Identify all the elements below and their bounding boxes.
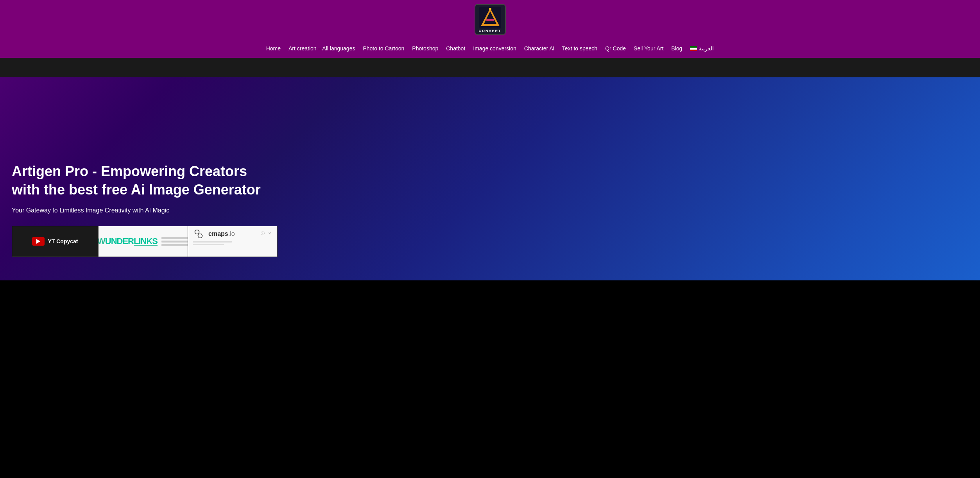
nav-character-ai[interactable]: Character Ai bbox=[520, 44, 558, 53]
hero-section: Artigen Pro - Empowering Creators with t… bbox=[0, 77, 980, 280]
nav-text-speech[interactable]: Text to speech bbox=[558, 44, 601, 53]
cmaps-hex-icon bbox=[193, 229, 205, 239]
nav-qr-code[interactable]: Qr Code bbox=[601, 44, 630, 53]
yt-play-icon bbox=[36, 239, 40, 244]
svg-rect-3 bbox=[486, 19, 494, 21]
ad-yt-inner: YT Copycat bbox=[32, 237, 78, 246]
logo-container[interactable]: CONVERT bbox=[475, 4, 506, 35]
nav-photo-cartoon[interactable]: Photo to Cartoon bbox=[359, 44, 408, 53]
site-header: CONVERT Home Art creation – All language… bbox=[0, 0, 980, 58]
ad-info-icon[interactable]: ⓘ bbox=[261, 231, 265, 236]
nav-art-creation[interactable]: Art creation – All languages bbox=[285, 44, 359, 53]
hero-text-container: Artigen Pro - Empowering Creators with t… bbox=[12, 162, 278, 257]
ad-slot-yt[interactable]: YT Copycat bbox=[12, 226, 99, 257]
hero-title: Artigen Pro - Empowering Creators with t… bbox=[12, 162, 278, 199]
ad-close-button[interactable]: × bbox=[269, 231, 271, 235]
logo-convert-label: CONVERT bbox=[478, 29, 501, 33]
wunder-brand-text: WUNDERLINKS bbox=[99, 236, 158, 246]
nav-sell-art[interactable]: Sell Your Art bbox=[630, 44, 667, 53]
nav-home[interactable]: Home bbox=[262, 44, 285, 53]
yt-red-icon bbox=[32, 237, 45, 246]
nav-blog[interactable]: Blog bbox=[667, 44, 686, 53]
nav-image-conversion[interactable]: Image conversion bbox=[469, 44, 520, 53]
ad-banner: YT Copycat WUNDERLINKS bbox=[12, 226, 278, 257]
nav-photoshop[interactable]: Photoshop bbox=[408, 44, 442, 53]
arabic-flag-icon bbox=[690, 46, 697, 51]
svg-marker-5 bbox=[195, 230, 199, 234]
ad-slot-wunder[interactable]: WUNDERLINKS bbox=[99, 226, 188, 257]
cmaps-brand-text: cmaps.io bbox=[208, 230, 235, 237]
svg-point-4 bbox=[489, 8, 491, 10]
ad-yt-text: YT Copycat bbox=[48, 238, 78, 244]
black-bar-divider bbox=[0, 58, 980, 77]
hero-subtitle: Your Gateway to Limitless Image Creativi… bbox=[12, 207, 278, 214]
logo-box[interactable]: CONVERT bbox=[475, 4, 506, 35]
logo-svg-icon bbox=[479, 7, 501, 29]
svg-marker-6 bbox=[198, 234, 202, 238]
nav-chatbot[interactable]: Chatbot bbox=[442, 44, 469, 53]
wunder-sub-content bbox=[161, 237, 188, 246]
main-nav: Home Art creation – All languages Photo … bbox=[254, 40, 726, 58]
ad-slot-cmaps[interactable]: ⓘ × cmaps.io bbox=[188, 226, 277, 257]
nav-arabic[interactable]: العربية bbox=[686, 44, 718, 53]
